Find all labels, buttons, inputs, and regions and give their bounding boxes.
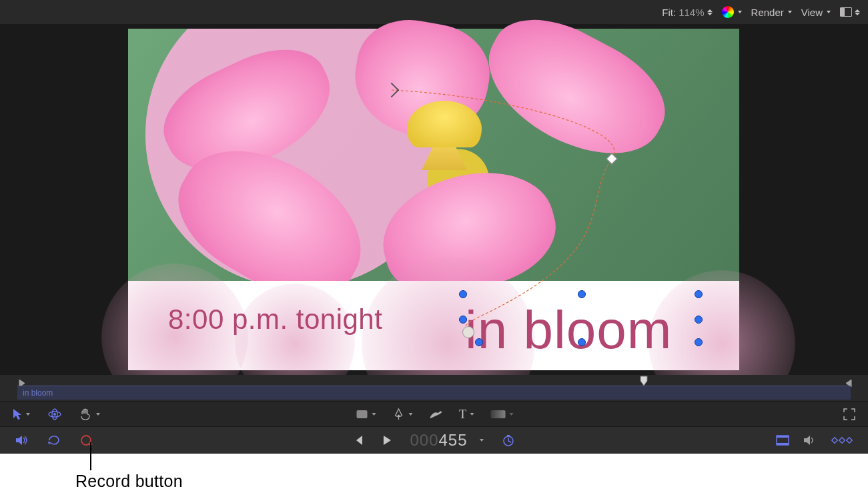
selection-handle[interactable] [475,338,483,346]
canvas-area[interactable]: 8:00 p.m. tonight in bloom [0,24,868,375]
subtitle-text: 8:00 p.m. tonight [168,304,382,336]
selection-handle[interactable] [695,338,703,346]
timing-display-toggle[interactable] [502,434,514,446]
out-point-marker-icon[interactable] [845,378,852,385]
text-tool-glyph: T [459,408,466,422]
paint-stroke-tool[interactable] [428,409,443,420]
selection-handle[interactable] [459,316,467,324]
loop-toggle-button[interactable] [47,434,61,446]
fit-label: Fit: [662,7,676,18]
bezier-tool[interactable] [392,408,412,421]
selection-handle[interactable] [578,290,586,298]
window-layout-icon [840,7,852,17]
transport-bar: 000455 [0,426,868,454]
chevron-down-icon [470,413,474,416]
background-image [128,29,739,281]
text-tool[interactable]: T [459,408,474,422]
svg-rect-11 [777,436,789,438]
mini-timeline[interactable]: in bloom [0,375,868,402]
timecode-value: 455 [439,431,468,449]
clip-name: in bloom [23,388,53,398]
chevron-down-icon[interactable] [480,439,484,442]
view-label: View [801,7,823,18]
title-banner: 8:00 p.m. tonight in bloom [128,281,739,370]
svg-point-2 [53,413,56,416]
svg-rect-14 [839,438,845,443]
path-end-anchor[interactable] [462,326,474,338]
svg-rect-12 [777,443,789,445]
record-button[interactable] [80,434,93,447]
show-keyframe-editor-button[interactable] [829,435,853,446]
svg-rect-15 [847,438,852,443]
selection-handle[interactable] [578,338,586,346]
chevron-down-icon [96,413,100,416]
chevron-down-icon [408,413,412,416]
3d-transform-tool[interactable] [47,408,62,420]
selection-handle[interactable] [695,316,703,324]
callout-label: Record button [75,472,183,491]
pan-tool[interactable] [79,408,100,420]
chevron-down-icon [738,11,742,13]
fullscreen-button[interactable] [843,408,856,421]
color-channels-menu[interactable] [722,6,742,18]
chevron-down-icon [788,11,792,13]
fit-zoom-control[interactable]: Fit: 114% [662,7,712,18]
chevron-down-icon [26,413,30,416]
shape-tool[interactable] [355,409,376,420]
svg-point-4 [398,415,400,417]
svg-rect-9 [507,435,510,436]
app-window: Fit: 114% Render View [0,0,868,454]
timecode-display[interactable]: 000455 [410,431,467,450]
timeline-clip[interactable]: in bloom [17,386,851,400]
render-menu[interactable]: Render [751,7,792,18]
audio-toggle-button[interactable] [15,434,28,446]
select-tool[interactable] [12,408,30,420]
color-wheel-icon [722,6,734,18]
annotation-area: Record button [0,454,868,495]
chevron-down-icon [827,11,831,13]
canvas-preview[interactable]: 8:00 p.m. tonight in bloom [128,29,739,370]
render-label: Render [751,7,784,18]
timecode-leading: 000 [410,431,438,449]
svg-rect-13 [832,438,837,443]
view-menu[interactable]: View [801,7,831,18]
play-button[interactable] [382,435,391,446]
show-timeline-button[interactable] [776,435,789,446]
selection-handle[interactable] [459,290,467,298]
svg-rect-5 [490,410,505,418]
mask-tool[interactable] [490,410,513,419]
callout-line [90,442,91,470]
show-audio-timeline-button[interactable] [803,434,816,446]
top-toolbar: Fit: 114% Render View [0,0,868,25]
chevron-down-icon [509,413,513,416]
go-to-start-button[interactable] [354,435,363,446]
in-point-marker-icon[interactable] [19,378,25,385]
playhead[interactable] [640,376,648,386]
svg-rect-3 [356,410,367,418]
stepper-icon [855,9,860,15]
selection-handle[interactable] [695,290,703,298]
window-layout-menu[interactable] [840,7,860,17]
title-text[interactable]: in bloom [465,304,672,357]
stepper-icon [707,9,713,15]
canvas-tool-row: T [0,401,868,427]
chevron-down-icon [372,413,376,416]
fit-value: 114% [679,7,704,18]
